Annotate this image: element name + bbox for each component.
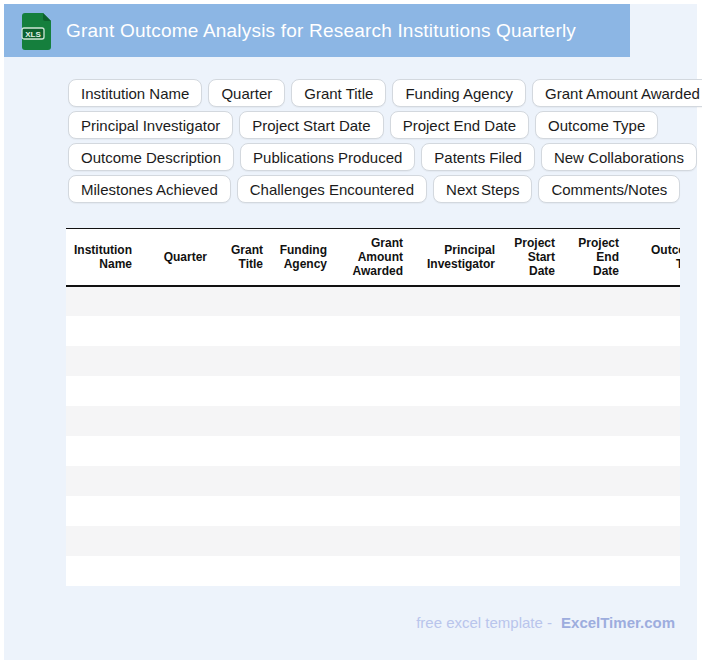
page-background: XLS Grant Outcome Analysis for Research … [4, 4, 697, 660]
column-chip[interactable]: Publications Produced [240, 143, 415, 171]
table-cell [627, 406, 680, 436]
table-cell [215, 376, 271, 406]
table-row [66, 316, 680, 346]
table-cell [335, 436, 411, 466]
table-cell [627, 526, 680, 556]
table-cell [271, 376, 335, 406]
column-chip[interactable]: Project Start Date [239, 111, 383, 139]
spreadsheet-preview: Institution NameQuarterGrant TitleFundin… [66, 228, 680, 592]
table-cell [215, 556, 271, 586]
column-chip[interactable]: Next Steps [433, 175, 532, 203]
column-chip[interactable]: Funding Agency [392, 79, 526, 107]
xls-file-icon: XLS [21, 11, 53, 51]
column-chip[interactable]: Quarter [208, 79, 285, 107]
table-cell [66, 496, 140, 526]
column-chip[interactable]: Outcome Description [68, 143, 234, 171]
table-header-cell: Grant Amount Awarded [335, 229, 411, 286]
xls-badge-text: XLS [25, 30, 41, 39]
table-cell [503, 346, 563, 376]
table-cell [335, 376, 411, 406]
footer-label: free excel template - [416, 614, 552, 631]
table-header-cell: Project Start Date [503, 229, 563, 286]
table-cell [411, 346, 503, 376]
table-cell [335, 556, 411, 586]
column-chip[interactable]: Project End Date [390, 111, 529, 139]
table-cell [66, 556, 140, 586]
table-cell [140, 316, 215, 346]
table-cell [335, 466, 411, 496]
table-cell [411, 286, 503, 316]
table-cell [66, 406, 140, 436]
table-cell [503, 376, 563, 406]
table-cell [503, 556, 563, 586]
table-cell [627, 496, 680, 526]
table-row [66, 406, 680, 436]
table-cell [563, 526, 627, 556]
table-cell [411, 466, 503, 496]
table-header-cell: Funding Agency [271, 229, 335, 286]
column-chip[interactable]: Grant Amount Awarded [532, 79, 702, 107]
table-row [66, 376, 680, 406]
chip-row: Milestones AchievedChallenges Encountere… [68, 175, 693, 203]
table-cell [140, 376, 215, 406]
table-cell [215, 286, 271, 316]
column-chip[interactable]: Challenges Encountered [237, 175, 427, 203]
table-cell [503, 286, 563, 316]
column-chip[interactable]: Outcome Type [535, 111, 658, 139]
table-cell [627, 286, 680, 316]
column-chip[interactable]: Milestones Achieved [68, 175, 231, 203]
table-cell [335, 316, 411, 346]
table-cell [563, 556, 627, 586]
table-cell [271, 316, 335, 346]
table-cell [411, 406, 503, 436]
table-header-cell: Institution Name [66, 229, 140, 286]
table-cell [563, 346, 627, 376]
table-cell [66, 466, 140, 496]
table-cell [563, 436, 627, 466]
table-cell [140, 466, 215, 496]
table-cell [503, 526, 563, 556]
table-header-cell: Principal Investigator [411, 229, 503, 286]
table-cell [335, 406, 411, 436]
table-row [66, 496, 680, 526]
column-chip[interactable]: New Collaborations [541, 143, 697, 171]
table-cell [563, 316, 627, 346]
table-row [66, 286, 680, 316]
table-cell [66, 286, 140, 316]
column-chip-list: Institution NameQuarterGrant TitleFundin… [68, 79, 693, 207]
chip-row: Institution NameQuarterGrant TitleFundin… [68, 79, 693, 107]
column-chip[interactable]: Grant Title [291, 79, 386, 107]
table-cell [411, 316, 503, 346]
table-cell [563, 466, 627, 496]
table-cell [140, 526, 215, 556]
column-chip[interactable]: Institution Name [68, 79, 202, 107]
table-header-cell: Outcome Type [627, 229, 680, 286]
table-cell [271, 436, 335, 466]
column-chip[interactable]: Comments/Notes [538, 175, 680, 203]
table-cell [66, 526, 140, 556]
table-cell [215, 466, 271, 496]
table-cell [66, 436, 140, 466]
column-chip[interactable]: Principal Investigator [68, 111, 233, 139]
table-cell [215, 346, 271, 376]
table-cell [503, 436, 563, 466]
chip-row: Outcome DescriptionPublications Produced… [68, 143, 693, 171]
table-cell [503, 496, 563, 526]
table-cell [215, 436, 271, 466]
table-cell [503, 316, 563, 346]
table-cell [271, 466, 335, 496]
table-row [66, 526, 680, 556]
table-cell [66, 376, 140, 406]
table-cell [627, 436, 680, 466]
table-cell [503, 466, 563, 496]
column-chip[interactable]: Patents Filed [421, 143, 535, 171]
table-cell [563, 406, 627, 436]
table-cell [411, 556, 503, 586]
table-cell [335, 346, 411, 376]
table-cell [271, 346, 335, 376]
table-cell [215, 526, 271, 556]
table-cell [271, 496, 335, 526]
table-header-cell: Grant Title [215, 229, 271, 286]
table-cell [411, 436, 503, 466]
footer-brand-link[interactable]: ExcelTimer.com [561, 614, 675, 631]
